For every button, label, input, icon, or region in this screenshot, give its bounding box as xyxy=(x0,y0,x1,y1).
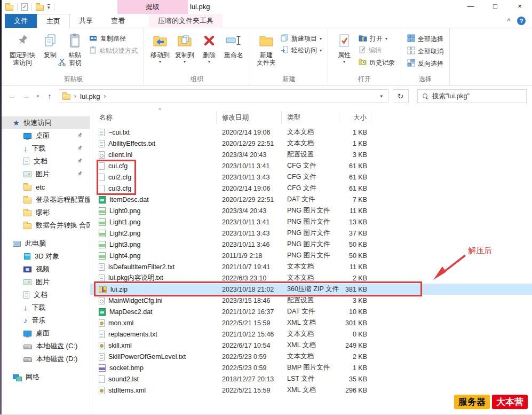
sidebar-item[interactable]: 本地磁盘 (D:) xyxy=(0,353,90,365)
history-button[interactable]: 历史记录 xyxy=(359,58,395,67)
sidebar-item[interactable]: 图片 xyxy=(0,276,90,288)
file-row[interactable]: replacements.txt2021/10/12 15:46文本文档0 KB xyxy=(90,328,532,340)
qat-customize-icon[interactable]: ▾ xyxy=(47,4,50,10)
column-header-date[interactable]: 修改日期 xyxy=(217,111,282,124)
cut-button[interactable]: 剪切 xyxy=(58,58,138,68)
sidebar-item[interactable]: 3D 对象 xyxy=(0,250,90,263)
minimize-button[interactable]: — xyxy=(458,0,483,14)
file-row[interactable]: cui2.cfg2023/10/11 3:43CFG 文件61 KB xyxy=(90,171,532,183)
tab-view[interactable]: 查看 xyxy=(102,14,134,28)
file-date: 2022/5/21 15:59 xyxy=(217,319,282,327)
file-row[interactable]: Light0.png2023/3/4 20:43PNG 图片文件11 KB xyxy=(90,205,532,216)
select-none-button[interactable]: 全部取消 xyxy=(407,46,443,56)
help-icon[interactable]: ? xyxy=(517,17,526,25)
qat-properties-icon[interactable] xyxy=(21,3,28,11)
paste-button[interactable]: 粘贴 xyxy=(62,31,87,59)
sidebar-item[interactable]: 下载 xyxy=(0,301,90,314)
delete-button[interactable]: 删除▾ xyxy=(197,31,221,64)
file-name: MapDesc2.dat xyxy=(90,308,217,316)
pin-to-quick-access-button[interactable]: 固定到快 速访问 xyxy=(7,31,38,66)
address-dropdown-icon[interactable]: ▾ xyxy=(380,93,385,99)
sidebar-item[interactable]: 文档 xyxy=(0,155,90,168)
easy-access-button[interactable]: 轻松访问▾ xyxy=(281,46,322,55)
file-row[interactable]: socket.bmp2022/5/23 0:59BMP 图片文件1 KB xyxy=(90,362,532,373)
address-box[interactable]: › lui.pkg › ▾ xyxy=(59,89,388,103)
paste-shortcut-icon xyxy=(89,46,97,56)
tab-home[interactable]: 主页 xyxy=(37,14,70,28)
sidebar-item[interactable]: 数据合并转换 合区工 xyxy=(0,219,90,232)
file-row[interactable]: stdItems.xml2022/5/21 15:59XML 文档296 KB xyxy=(90,385,532,396)
sidebar-item-quick-access[interactable]: 快速访问 xyxy=(0,116,90,129)
sidebar-item-this-pc[interactable]: 此电脑 xyxy=(0,237,90,250)
file-row[interactable]: skill.xml2022/6/17 10:54XML 文档249 KB xyxy=(90,340,532,351)
file-row[interactable]: Light3.png2023/10/11 3:46PNG 图片文件50 KB xyxy=(90,239,532,250)
file-row[interactable]: Light2.png2023/10/11 3:43PNG 图片文件37 KB xyxy=(90,228,532,239)
file-name-label: SkillPowerOfGemLevel.txt xyxy=(108,353,186,361)
file-row[interactable]: MapDesc2.dat2021/10/12 16:37DAT 文件10 KB xyxy=(90,306,532,317)
move-to-button[interactable]: 移动到▾ xyxy=(148,31,172,64)
qat-folder-icon[interactable] xyxy=(5,5,13,11)
refresh-button[interactable]: ↻ xyxy=(393,89,409,103)
close-button[interactable]: × xyxy=(507,0,532,14)
file-row[interactable]: ItemDesc.dat2020/12/29 22:51DAT 文件7 KB xyxy=(90,194,532,205)
sidebar-item[interactable]: 缪彬 xyxy=(0,206,90,219)
search-box[interactable]: 搜索"lui.pkg" xyxy=(417,89,527,103)
sidebar-item[interactable]: 本地磁盘 (C:) xyxy=(0,340,90,353)
select-all-button[interactable]: 全部选择 xyxy=(407,34,443,44)
music-icon xyxy=(23,316,28,325)
file-row[interactable]: client.ini2023/3/4 20:43配置设置3 KB xyxy=(90,149,532,160)
copy-button[interactable]: 复制 xyxy=(38,31,62,59)
file-row[interactable]: MainWidgetCfg.ini2023/3/15 18:46配置设置3 KB xyxy=(90,295,532,306)
invert-selection-button[interactable]: 反向选择 xyxy=(407,59,443,68)
rename-button[interactable]: 重命名 xyxy=(221,31,246,59)
properties-button[interactable]: 属性▾ xyxy=(332,31,356,64)
new-item-button[interactable]: 新建项目▾ xyxy=(281,34,322,43)
column-header-type[interactable]: 类型 xyxy=(282,111,339,124)
breadcrumb[interactable]: lui.pkg xyxy=(80,92,100,100)
column-header-size[interactable]: 大小 xyxy=(339,111,371,124)
paste-shortcut-button[interactable]: 粘贴快捷方式 xyxy=(89,46,138,56)
pin-icon xyxy=(77,132,82,140)
file-row[interactable]: ~cui.txt2020/2/14 19:06文本文档1 KB xyxy=(90,127,532,138)
file-row[interactable]: SkillPowerOfGemLevel.txt2022/5/23 0:59文本… xyxy=(90,351,532,362)
file-name-label: Light0.png xyxy=(109,207,140,215)
up-icon[interactable]: ↑ xyxy=(45,92,54,100)
new-folder-button[interactable]: 新建 文件夹 xyxy=(254,31,279,66)
file-date: 2021/10/7 19:41 xyxy=(217,263,282,271)
sidebar-item-network[interactable]: 网络 xyxy=(0,371,90,383)
tab-file[interactable]: 文件 xyxy=(5,14,37,28)
sidebar-item[interactable]: 桌面 xyxy=(0,129,90,142)
file-row[interactable]: cui.cfg2023/10/11 3:41CFG 文件61 KB xyxy=(90,160,532,171)
file-row[interactable]: mon.xml2022/5/21 15:59XML 文档301 KB xyxy=(90,317,532,328)
sidebar-item[interactable]: 文档 xyxy=(0,288,90,301)
forward-icon[interactable]: → xyxy=(21,92,31,100)
file-row[interactable]: Light1.png2023/10/11 3:41PNG 图片文件13 KB xyxy=(90,216,532,228)
copy-to-button[interactable]: 复制到▾ xyxy=(172,31,197,64)
sidebar-item[interactable]: 登录器远程配置服务 xyxy=(0,193,90,206)
back-icon[interactable]: ← xyxy=(7,92,17,100)
search-input[interactable]: 搜索"lui.pkg" xyxy=(432,92,470,101)
column-header-name[interactable]: ^ 名称 xyxy=(90,111,217,124)
sidebar-item[interactable]: 音乐 xyxy=(0,314,90,327)
navigation-pane: 快速访问 桌面下载文档图片etc登录器远程配置服务缪彬数据合并转换 合区工 此电… xyxy=(0,107,90,414)
sidebar-item[interactable]: 桌面 xyxy=(0,327,90,340)
open-button[interactable]: 打开▾ xyxy=(359,34,395,43)
file-type: LST 文件 xyxy=(282,374,339,383)
maximize-button[interactable]: □ xyxy=(483,0,507,14)
edit-button[interactable]: 编辑 xyxy=(359,46,395,55)
tab-compressed-folder-tools[interactable]: 压缩的文件夹工具 xyxy=(149,14,223,28)
recent-locations-icon[interactable]: ▾ xyxy=(35,93,41,99)
file-row[interactable]: sound2.lst2018/12/27 20:13LST 文件35 KB xyxy=(90,373,532,385)
collapse-ribbon-icon[interactable]: ^ xyxy=(507,17,511,25)
png-icon xyxy=(99,207,106,215)
file-row[interactable]: cui3.cfg2020/2/14 19:06CFG 文件61 KB xyxy=(90,183,532,194)
sidebar-item[interactable]: 下载 xyxy=(0,142,90,155)
tab-share[interactable]: 共享 xyxy=(70,14,102,28)
file-date: 2022/5/21 15:59 xyxy=(217,387,282,394)
sidebar-item[interactable]: 图片 xyxy=(0,168,90,181)
qat-new-folder-icon[interactable] xyxy=(36,5,44,11)
file-row[interactable]: AbilityEffects.txt2020/12/29 22:51文本文档1 … xyxy=(90,138,532,149)
sidebar-item[interactable]: etc xyxy=(0,181,90,193)
sidebar-item[interactable]: 视频 xyxy=(0,263,90,276)
copy-path-button[interactable]: 复制路径 xyxy=(89,34,138,43)
